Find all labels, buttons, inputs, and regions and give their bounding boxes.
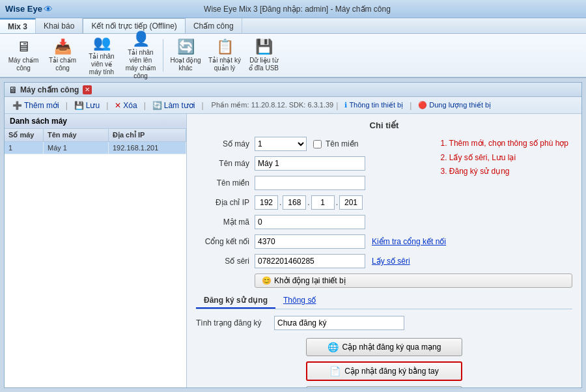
cell-ten-may: Máy 1 bbox=[44, 142, 109, 154]
cap-nhat-bang-tay-button[interactable]: 📄 Cập nhật đăng ký bằng tay bbox=[306, 361, 462, 381]
ten-mien-input[interactable] bbox=[255, 176, 365, 190]
tai-cham-cong-icon: 📥 bbox=[54, 38, 72, 55]
btn-tai-nhan-vien[interactable]: 👥 Tải nhân viên vế máy tính bbox=[83, 36, 120, 74]
tai-nhat-ky-icon: 📋 bbox=[216, 38, 234, 55]
menu-mix3[interactable]: Mix 3 bbox=[0, 18, 36, 33]
ten-mien-checkbox[interactable] bbox=[313, 140, 322, 148]
sep2: | bbox=[106, 101, 108, 110]
instruction-1: 1. Thêm mới, chọn thông số phù hợp bbox=[440, 137, 568, 151]
title-bar: Wise Eye 👁 Wise Eye Mix 3 [Đăng nhập: ad… bbox=[0, 0, 586, 18]
registration-status-row: Tình trạng đăng ký bbox=[196, 316, 572, 330]
ip-dot-1: . bbox=[279, 198, 281, 207]
tai-nv-len-may-icon: 👤 bbox=[132, 31, 150, 48]
cong-ket-noi-label: Cổng kết nối bbox=[196, 237, 255, 246]
cap-nhat-qua-mang-button[interactable]: 🌐 Cập nhật đăng ký qua mạng bbox=[306, 338, 462, 356]
ten-may-input[interactable] bbox=[255, 156, 365, 171]
mat-ma-label: Mật mã bbox=[196, 217, 255, 227]
dia-chi-ip-label: Địa chỉ IP bbox=[196, 198, 255, 207]
col-ip: Địa chỉ IP bbox=[109, 129, 186, 141]
btn-hoat-dong[interactable]: 🔄 Hoạt động khác bbox=[167, 36, 204, 74]
so-may-select[interactable]: 1 bbox=[255, 137, 307, 151]
tai-nhan-vien-icon: 👥 bbox=[93, 35, 111, 51]
btn-tai-nhat-ky[interactable]: 📋 Tải nhật ký quản lý bbox=[206, 36, 243, 74]
them-moi-icon: ➕ bbox=[12, 101, 22, 110]
dia-chi-ip-row: Địa chỉ IP . . . bbox=[196, 195, 572, 210]
xoa-button[interactable]: ✕ Xóa bbox=[111, 100, 141, 111]
luu-dang-ky-button[interactable]: 💾 Lưu đăng ký ra tập tin Text bbox=[306, 386, 462, 387]
so-seri-input[interactable] bbox=[255, 254, 365, 268]
btn-tai-nv-len-may[interactable]: 👤 Tải nhân viên lên máy chấm công bbox=[122, 36, 159, 74]
table-row[interactable]: 1 Máy 1 192.168.1.201 bbox=[5, 142, 186, 154]
software-info: Phần mềm: 11.20.8.12. SDK: 6.3.1.39 bbox=[212, 101, 334, 109]
luu-icon: 💾 bbox=[74, 101, 84, 110]
btn-du-lieu-usb[interactable]: 💾 Dữ liệu từ ổ đĩa USB bbox=[245, 36, 282, 74]
xoa-icon: ✕ bbox=[115, 101, 121, 110]
sep3: | bbox=[144, 101, 146, 110]
so-seri-label: Số sêri bbox=[196, 257, 255, 266]
so-seri-row: Số sêri Lấy số sêri bbox=[196, 254, 572, 268]
inner-title-bar: 🖥 Máy chấm công ✕ bbox=[5, 83, 581, 97]
ten-may-label: Tên máy bbox=[196, 159, 255, 168]
so-may-label: Số máy bbox=[196, 139, 255, 148]
ten-mien-label: Tên miền bbox=[196, 178, 255, 188]
inner-window: 🖥 Máy chấm công ✕ ➕ Thêm mới | 💾 Lưu | ✕… bbox=[4, 82, 582, 388]
luu-button[interactable]: 💾 Lưu bbox=[70, 100, 104, 111]
ten-mien-checkbox-label: Tên miền bbox=[326, 139, 358, 148]
cong-ket-noi-row: Cổng kết nối Kiểm tra cổng kết nối bbox=[196, 234, 572, 249]
ip-part-2[interactable] bbox=[283, 195, 306, 210]
cong-ket-noi-input[interactable] bbox=[255, 234, 365, 249]
instruction-3: 3. Đăng ký sử dụng bbox=[440, 165, 568, 179]
logo-text: Wise Eye 👁 bbox=[5, 4, 53, 14]
col-so-may: Số máy bbox=[5, 129, 44, 141]
detail-tabs: Đăng ký sử dụng Thông số bbox=[196, 293, 572, 309]
main-content: 🖥 Máy chấm công ✕ ➕ Thêm mới | 💾 Lưu | ✕… bbox=[0, 78, 586, 392]
sep5: | bbox=[336, 101, 338, 110]
qua-mang-icon: 🌐 bbox=[328, 342, 339, 352]
instruction-2: 2. Lấy số sêri, Lưu lại bbox=[440, 151, 568, 165]
toolbar-sep-1 bbox=[163, 39, 163, 72]
tab-thong-so[interactable]: Thông số bbox=[275, 293, 324, 309]
mat-ma-input[interactable] bbox=[255, 215, 365, 229]
status-value-input bbox=[274, 316, 404, 330]
inner-window-icon: 🖥 bbox=[8, 85, 18, 95]
action-bar: ➕ Thêm mới | 💾 Lưu | ✕ Xóa | 🔄 Làm tươi … bbox=[5, 97, 581, 114]
ip-inputs: . . . bbox=[255, 195, 363, 210]
panel-title: Danh sách máy bbox=[5, 114, 186, 129]
tab-dang-ky[interactable]: Đăng ký sử dụng bbox=[196, 293, 275, 309]
col-ten-may: Tên máy bbox=[44, 129, 109, 141]
restart-button[interactable]: 😊 Khởi động lại thiết bị bbox=[255, 273, 572, 288]
btn-tai-cham-cong[interactable]: 📥 Tải chấm công bbox=[44, 36, 81, 74]
instructions: 1. Thêm mới, chọn thông số phù hợp 2. Lấ… bbox=[440, 137, 568, 179]
bang-tay-icon: 📄 bbox=[329, 366, 341, 376]
ip-part-1[interactable] bbox=[255, 195, 278, 210]
them-moi-button[interactable]: ➕ Thêm mới bbox=[8, 100, 63, 111]
right-panel: Chi tiết 1. Thêm mới, chọn thông số phù … bbox=[187, 114, 581, 387]
menu-bar: Mix 3 Khai báo Kết nối trực tiếp (Offlin… bbox=[0, 18, 586, 34]
dung-luong-button[interactable]: 🔴 Dung lượng thiết bị bbox=[414, 100, 495, 111]
lam-tuoi-icon: 🔄 bbox=[152, 101, 162, 110]
lam-tuoi-button[interactable]: 🔄 Làm tươi bbox=[148, 100, 199, 111]
restart-icon: 😊 bbox=[262, 276, 272, 285]
ip-part-4[interactable] bbox=[339, 195, 363, 210]
sep4: | bbox=[201, 101, 203, 110]
menu-khai-bao[interactable]: Khai báo bbox=[36, 18, 83, 33]
main-toolbar: 🖥 Máy chấm công 📥 Tải chấm công 👥 Tải nh… bbox=[0, 34, 586, 78]
may-cham-cong-icon: 🖥 bbox=[16, 38, 31, 55]
lay-so-seri-link[interactable]: Lấy số sêri bbox=[372, 257, 410, 266]
ip-dot-3: . bbox=[336, 198, 338, 207]
logo-area: Wise Eye 👁 bbox=[5, 4, 53, 14]
detail-title: Chi tiết bbox=[196, 120, 572, 130]
hoat-dong-icon: 🔄 bbox=[177, 38, 195, 55]
sep6: | bbox=[410, 101, 412, 110]
table-body: 1 Máy 1 192.168.1.201 bbox=[5, 142, 186, 387]
dung-luong-icon: 🔴 bbox=[418, 101, 427, 109]
content-area: Danh sách máy Số máy Tên máy Địa chỉ IP … bbox=[5, 114, 581, 387]
menu-cham-cong[interactable]: Chấm công bbox=[186, 18, 242, 33]
left-panel: Danh sách máy Số máy Tên máy Địa chỉ IP … bbox=[5, 114, 187, 387]
btn-may-cham-cong[interactable]: 🖥 Máy chấm công bbox=[5, 36, 42, 74]
kiem-tra-ket-noi-link[interactable]: Kiểm tra cổng kết nối bbox=[372, 237, 446, 246]
cell-so-may: 1 bbox=[5, 142, 44, 154]
thong-tin-thiet-bi-button[interactable]: ℹ Thông tin thiết bị bbox=[341, 100, 407, 111]
inner-close-button[interactable]: ✕ bbox=[83, 85, 92, 94]
ip-part-3[interactable] bbox=[311, 195, 335, 210]
